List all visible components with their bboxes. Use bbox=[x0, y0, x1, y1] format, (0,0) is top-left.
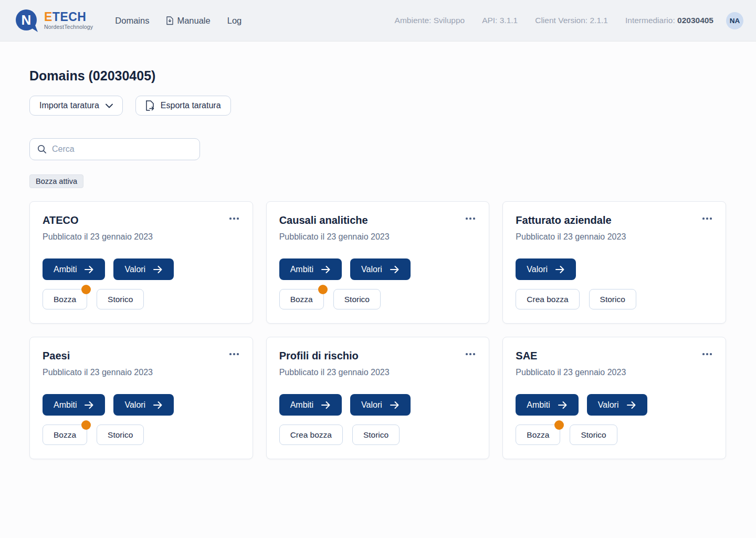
file-export-icon bbox=[145, 100, 154, 111]
secondary-actions: BozzaStorico bbox=[43, 289, 240, 309]
search-input[interactable] bbox=[29, 138, 200, 160]
valori-button-label: Valori bbox=[527, 265, 548, 274]
nav-item-log[interactable]: Log bbox=[227, 16, 242, 26]
client-version-label: Client Version: 2.1.1 bbox=[535, 16, 608, 25]
published-date: Pubblicato il 23 gennaio 2023 bbox=[516, 232, 713, 242]
ellipsis-menu-button[interactable] bbox=[701, 350, 713, 358]
brand-logo[interactable]: N ETECH NordestTechnology bbox=[14, 8, 93, 33]
valori-button-label: Valori bbox=[361, 400, 382, 410]
import-taratura-button[interactable]: Importa taratura bbox=[29, 96, 123, 116]
orange-dot-badge bbox=[81, 285, 91, 294]
nav-item-manuale[interactable]: Manuale bbox=[166, 16, 210, 26]
arrow-right-icon bbox=[555, 265, 565, 274]
avatar-initials: NA bbox=[730, 17, 740, 25]
nav-item-domains[interactable]: Domains bbox=[115, 16, 149, 26]
ambiti-button[interactable]: Ambiti bbox=[279, 394, 342, 416]
document-download-icon bbox=[166, 16, 174, 25]
ellipsis-menu-button[interactable] bbox=[701, 214, 713, 223]
brand-rest: TECH bbox=[52, 10, 87, 24]
ellipsis-icon bbox=[229, 218, 232, 220]
primary-actions: AmbitiValori bbox=[279, 258, 477, 280]
crea-bozza-button[interactable]: Crea bozza bbox=[516, 289, 579, 309]
ellipsis-icon bbox=[466, 218, 468, 220]
card-title: ATECO bbox=[43, 214, 79, 226]
primary-actions: AmbitiValori bbox=[516, 394, 713, 416]
primary-actions: Valori bbox=[516, 258, 713, 280]
svg-text:N: N bbox=[22, 12, 32, 28]
card-header: Profili di rischio bbox=[279, 350, 477, 362]
ellipsis-menu-button[interactable] bbox=[465, 350, 476, 358]
user-avatar[interactable]: NA bbox=[726, 12, 743, 29]
domain-card-sae: SAE Pubblicato il 23 gennaio 2023 Ambiti… bbox=[502, 337, 726, 459]
bozza-button[interactable]: Bozza bbox=[43, 425, 87, 445]
card-title: Causali analitiche bbox=[279, 214, 368, 226]
storico-button[interactable]: Storico bbox=[352, 425, 400, 445]
card-title: SAE bbox=[516, 350, 537, 362]
valori-button[interactable]: Valori bbox=[350, 394, 411, 416]
nav-domains-label: Domains bbox=[115, 16, 149, 26]
export-taratura-button[interactable]: Esporta taratura bbox=[135, 96, 231, 116]
ambiente-label: Ambiente: Sviluppo bbox=[395, 16, 465, 25]
storico-button[interactable]: Storico bbox=[589, 289, 636, 309]
arrow-right-icon bbox=[626, 401, 636, 409]
ellipsis-icon bbox=[702, 218, 705, 220]
ellipsis-icon bbox=[229, 353, 232, 355]
storico-button[interactable]: Storico bbox=[570, 425, 617, 445]
bozza-button[interactable]: Bozza bbox=[516, 425, 560, 445]
ellipsis-menu-button[interactable] bbox=[228, 350, 240, 358]
bozza-button[interactable]: Bozza bbox=[279, 289, 324, 309]
ellipsis-menu-button[interactable] bbox=[228, 214, 240, 223]
primary-actions: AmbitiValori bbox=[279, 394, 477, 416]
primary-actions: AmbitiValori bbox=[43, 258, 240, 280]
valori-button-label: Valori bbox=[124, 400, 145, 410]
import-button-label: Importa taratura bbox=[39, 101, 99, 110]
card-header: Fatturato aziendale bbox=[516, 214, 713, 226]
valori-button[interactable]: Valori bbox=[350, 258, 411, 280]
secondary-actions: Crea bozzaStorico bbox=[516, 289, 713, 309]
card-header: Paesi bbox=[43, 350, 240, 362]
arrow-right-icon bbox=[321, 265, 331, 274]
card-header: ATECO bbox=[43, 214, 240, 226]
secondary-actions: BozzaStorico bbox=[279, 289, 477, 309]
secondary-actions: BozzaStorico bbox=[516, 425, 713, 445]
secondary-actions: BozzaStorico bbox=[43, 425, 240, 445]
published-date: Pubblicato il 23 gennaio 2023 bbox=[279, 232, 477, 242]
brand-text: ETECH NordestTechnology bbox=[44, 11, 93, 30]
ambiti-button[interactable]: Ambiti bbox=[516, 394, 578, 416]
published-date: Pubblicato il 23 gennaio 2023 bbox=[516, 368, 713, 377]
valori-button[interactable]: Valori bbox=[113, 258, 174, 280]
valori-button-label: Valori bbox=[361, 265, 382, 274]
crea-bozza-button[interactable]: Crea bozza bbox=[279, 425, 343, 445]
bozza-button[interactable]: Bozza bbox=[43, 289, 87, 309]
netech-emblem-icon: N bbox=[14, 8, 40, 33]
ellipsis-icon bbox=[466, 353, 468, 355]
storico-button[interactable]: Storico bbox=[333, 289, 381, 309]
card-title: Fatturato aziendale bbox=[516, 214, 611, 226]
domain-card-profili-di-rischio: Profili di rischio Pubblicato il 23 genn… bbox=[266, 337, 490, 459]
domain-card-causali-analitiche: Causali analitiche Pubblicato il 23 genn… bbox=[266, 201, 490, 324]
arrow-right-icon bbox=[153, 265, 163, 274]
ambiti-button[interactable]: Ambiti bbox=[279, 258, 342, 280]
card-title: Paesi bbox=[43, 350, 70, 362]
published-date: Pubblicato il 23 gennaio 2023 bbox=[279, 368, 477, 377]
arrow-right-icon bbox=[390, 265, 400, 274]
app-header: N ETECH NordestTechnology Domains Manual… bbox=[0, 0, 756, 42]
valori-button[interactable]: Valori bbox=[113, 394, 174, 416]
ellipsis-menu-button[interactable] bbox=[465, 214, 476, 223]
valori-button-label: Valori bbox=[598, 400, 619, 410]
ambiti-button[interactable]: Ambiti bbox=[43, 394, 105, 416]
ellipsis-icon bbox=[702, 353, 705, 355]
toolbar: Importa taratura Esporta taratura bbox=[29, 96, 726, 116]
secondary-actions: Crea bozzaStorico bbox=[279, 425, 477, 445]
arrow-right-icon bbox=[153, 401, 163, 409]
nav-manuale-label: Manuale bbox=[177, 16, 210, 26]
chevron-down-icon bbox=[106, 104, 113, 108]
arrow-right-icon bbox=[321, 401, 331, 409]
valori-button[interactable]: Valori bbox=[516, 258, 576, 280]
valori-button[interactable]: Valori bbox=[587, 394, 647, 416]
storico-button[interactable]: Storico bbox=[97, 289, 144, 309]
storico-button[interactable]: Storico bbox=[97, 425, 144, 445]
published-date: Pubblicato il 23 gennaio 2023 bbox=[43, 232, 240, 242]
ambiti-button[interactable]: Ambiti bbox=[43, 258, 105, 280]
domain-card-paesi: Paesi Pubblicato il 23 gennaio 2023 Ambi… bbox=[29, 337, 253, 459]
